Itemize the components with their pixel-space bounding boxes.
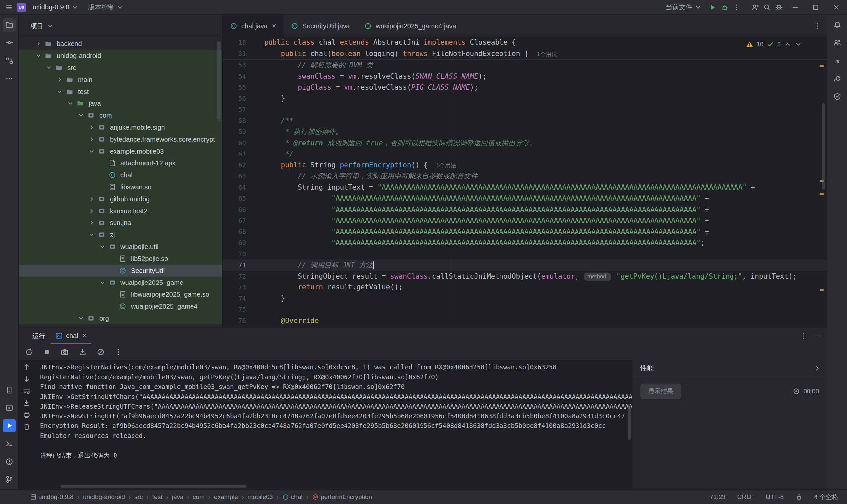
warning-stripe-mark[interactable] [820,193,824,195]
device-tool-button[interactable] [3,383,16,397]
hamburger-icon[interactable] [5,4,13,11]
prev-problem-icon[interactable] [784,41,791,48]
chevron-right-icon[interactable] [55,75,65,85]
performance-header[interactable]: 性能 [632,360,827,376]
breadcrumb-item[interactable]: unidbg-android [83,493,125,501]
next-problem-icon[interactable] [795,41,802,48]
code-line[interactable]: 60 * @return 成功则返回 true，否则可以根据实际情况调整返回值或… [223,138,827,149]
chevron-down-icon[interactable] [88,148,95,155]
console-v-scrollbar[interactable] [628,403,630,440]
tree-item[interactable]: wuaipojie.util [19,241,222,253]
inspection-widget[interactable]: 10 5 [743,40,805,49]
stop-button[interactable] [43,348,51,356]
console-output[interactable]: JNIEnv->RegisterNatives(com/example/mobi… [34,360,632,489]
kebab-v-button[interactable] [115,348,122,356]
camera-button[interactable] [61,348,69,356]
code-line[interactable]: 57 [223,104,827,115]
chevron-right-icon[interactable] [87,218,97,228]
code-line[interactable]: 71 // 调用目标 JNI 方法 [223,259,827,271]
breadcrumb-item[interactable]: src [134,493,143,501]
minimize-button[interactable] [787,1,803,14]
structure-tool-button[interactable] [3,54,16,67]
line-number[interactable]: 57 [223,104,246,115]
chevron-right-icon[interactable] [87,122,97,132]
chevron-down-icon[interactable] [76,313,86,323]
line-number[interactable]: 53 [223,60,246,71]
code-line[interactable]: 64 String inputText = "AAAAAAAAAAAAAAAAA… [223,182,827,193]
code-line[interactable]: 58 /** [223,115,827,127]
breadcrumb-item[interactable]: test [152,493,162,501]
chevron-right-icon[interactable] [88,136,95,143]
line-number[interactable]: 58 [223,115,246,127]
chevron-right-icon[interactable] [88,124,95,131]
line-number[interactable]: 73 [223,282,246,293]
chevron-down-icon[interactable] [44,63,54,73]
line-number[interactable]: 63 [223,171,246,182]
git-branch-tool-button[interactable] [3,473,16,486]
bell-tool-button[interactable] [831,18,844,32]
code-line[interactable]: 31 public chal(boolean logging) throws F… [223,49,827,60]
line-number[interactable]: 18 [223,37,246,49]
tree-item[interactable]: unidbg-android [19,50,222,62]
trash-button[interactable] [22,423,31,431]
line-number[interactable]: 65 [223,193,246,204]
tree-item[interactable]: org [19,312,222,324]
settings-gear-icon[interactable] [775,4,783,11]
chevron-down-icon[interactable] [99,244,106,250]
line-number[interactable]: 74 [223,293,246,304]
export-button[interactable] [79,348,87,356]
chevron-down-icon[interactable] [35,52,42,59]
people-tool-button[interactable] [831,36,844,49]
line-number[interactable]: 55 [223,82,246,93]
tree-item[interactable]: java [19,97,222,109]
run-tab[interactable]: chal × [51,328,91,344]
line-number[interactable]: 61 [223,148,246,160]
warning-stripe-mark[interactable] [820,65,824,67]
chevron-right-icon[interactable] [34,39,44,49]
line-number[interactable]: 31 [223,49,246,60]
services-tool-button[interactable] [3,401,16,414]
close-button[interactable] [828,1,844,14]
run-options-icon[interactable] [800,332,807,340]
tree-item[interactable]: sun.jna [19,217,222,229]
close-icon[interactable]: × [272,21,276,30]
code-line[interactable]: 56 } [223,93,827,105]
line-number[interactable]: 72 [223,271,246,282]
chevron-down-icon[interactable] [55,87,65,96]
line-number[interactable]: 56 [223,93,246,105]
code-line[interactable]: 53 // 解析需要的 DVM 类 [223,60,827,71]
tree-item[interactable]: com [19,109,222,121]
vcs-menu[interactable]: 版本控制 [85,2,126,13]
run-config-selector[interactable]: 当前文件 [663,2,704,13]
chevron-down-icon[interactable] [87,146,97,156]
tab-wuaipojie2025_game4.java[interactable]: Cwuaipojie2025_game4.java [357,15,463,37]
line-number[interactable]: 67 [223,215,246,227]
line-number[interactable]: 62 [223,160,246,171]
tree-item[interactable]: example.mobile03 [19,145,222,157]
debug-button[interactable] [721,4,728,11]
code-line[interactable]: 62 public String performEncryption() { 1… [223,160,827,171]
breadcrumb-item[interactable]: example [214,493,238,501]
project-panel-header[interactable]: 项目 [19,15,222,37]
status-UTF-8[interactable]: UTF-8 [766,493,783,501]
console-h-scrollbar[interactable] [61,485,247,488]
maven-tool-button[interactable]: m [831,54,844,67]
tree-item[interactable]: Cchal [19,169,222,181]
code-line[interactable]: 54 swanClass = vm.resolveClass(SWAN_CLAS… [223,71,827,82]
tree-item[interactable]: test [19,86,222,97]
tree-item[interactable]: main [19,74,222,86]
close-icon[interactable]: × [82,331,87,340]
chevron-down-icon[interactable] [34,51,44,61]
tree-item[interactable]: zj [19,229,222,241]
breadcrumb-item[interactable]: unidbg-0.9.8 [30,493,74,501]
chevron-down-icon[interactable] [67,100,74,107]
code-line[interactable]: 74 } [223,293,827,304]
editor-scrollbar[interactable] [822,104,826,190]
terminal-tool-button[interactable] [3,437,16,450]
code-line[interactable]: 61 */ [223,148,827,160]
show-results-button[interactable]: 显示结果 [640,384,681,399]
warning-stripe-mark[interactable] [820,289,824,291]
breadcrumb-item[interactable]: Cchal [282,493,303,501]
rerun-button[interactable] [25,348,33,356]
tree-item[interactable]: lib52pojie.so [19,253,222,265]
